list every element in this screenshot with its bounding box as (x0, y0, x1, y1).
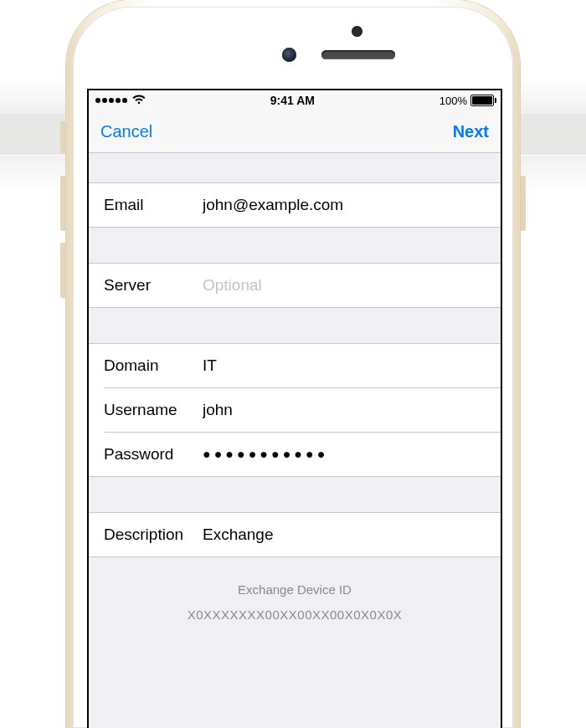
password-field[interactable] (203, 447, 486, 462)
email-label: Email (104, 196, 203, 214)
server-field[interactable] (203, 276, 486, 295)
description-group: Description (89, 512, 501, 557)
volume-down-button (60, 243, 66, 298)
earpiece-speaker (321, 50, 395, 59)
screen: 9:41 AM 100% Cancel Next Email Server (87, 89, 502, 728)
credentials-group: Domain Username Password (89, 343, 501, 477)
username-label: Username (104, 401, 203, 419)
next-button[interactable]: Next (453, 122, 489, 141)
username-field[interactable] (203, 401, 486, 419)
domain-field[interactable] (203, 356, 486, 375)
footer: Exchange Device ID X0XXXXXXX00XX00XX00X0… (89, 557, 501, 628)
device-id-value: X0XXXXXXX00XX00XX00X0X0X0X (97, 602, 492, 628)
device-id-title: Exchange Device ID (97, 577, 492, 602)
cancel-button[interactable]: Cancel (100, 122, 152, 141)
front-camera (282, 48, 296, 62)
nav-bar: Cancel Next (89, 110, 501, 153)
proximity-sensor (352, 26, 362, 37)
signal-dots-icon (95, 98, 127, 103)
status-time: 9:41 AM (270, 94, 315, 107)
power-button (520, 176, 526, 231)
server-label: Server (104, 276, 203, 295)
server-group: Server (89, 263, 501, 308)
battery-indicator: 100% (440, 95, 494, 107)
mute-switch (60, 121, 66, 153)
description-label: Description (104, 525, 203, 544)
wifi-icon (132, 94, 146, 107)
status-bar: 9:41 AM 100% (89, 90, 501, 110)
email-field[interactable] (203, 196, 486, 214)
description-field[interactable] (203, 525, 486, 544)
volume-up-button (60, 176, 66, 231)
domain-label: Domain (104, 356, 203, 375)
battery-percentage: 100% (440, 95, 467, 107)
email-group: Email (89, 182, 501, 228)
password-label: Password (104, 445, 203, 464)
battery-icon (470, 95, 494, 106)
